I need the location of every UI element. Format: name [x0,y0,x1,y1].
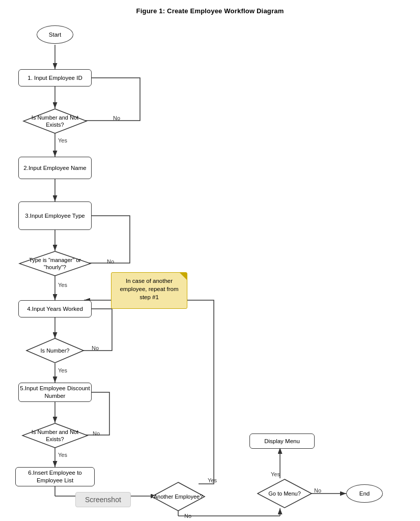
diamond2-no-label: No [107,258,114,265]
diamond6-node: Go to Menu? [257,478,313,509]
step6-node: 6.Insert Employee to Employee List [15,467,95,486]
diamond1-no-label: No [113,115,120,121]
diamond3-node: Is Number? [25,337,85,364]
diamond4-no-label: No [93,430,100,437]
display-menu-node: Display Menu [249,433,315,449]
end-node: End [346,484,383,503]
diamond2-node: Type is "manager" or "hourly"? [18,250,92,277]
step1-node: 1. Input Employee ID [18,69,92,86]
note-box: In case of another employee, repeat from… [111,272,187,309]
diamond1-node: Is Number and Not Exists? [22,108,88,134]
diamond6-no-label: No [314,487,321,494]
step3-node: 3.Input Employee Type [18,201,92,230]
diamond4-yes-label: Yes [58,452,67,458]
diamond4-node: Is Number and Not Exists? [21,422,89,449]
diagram-container: Figure 1: Create Employee Workflow Diagr… [0,0,420,521]
diamond5-no-label: No [184,513,191,519]
step5-node: 5.Input Employee Discount Number [18,383,92,402]
step4-node: 4.Input Years Worked [18,300,92,317]
diamond1-yes-label: Yes [58,137,67,143]
step2-node: 2.Input Employee Name [18,157,92,179]
diamond5-node: Another Employee? [151,481,206,512]
diamond3-yes-label: Yes [58,367,67,373]
screenshot-label: Screenshot [75,492,131,507]
note-fold [180,273,187,280]
figure-title: Figure 1: Create Employee Workflow Diagr… [0,0,420,15]
diamond5-yes-label: Yes [208,477,217,483]
diamond6-yes-label: Yes [271,471,280,477]
start-node: Start [37,25,73,44]
diamond2-yes-label: Yes [58,282,67,288]
diamond3-no-label: No [92,345,99,351]
